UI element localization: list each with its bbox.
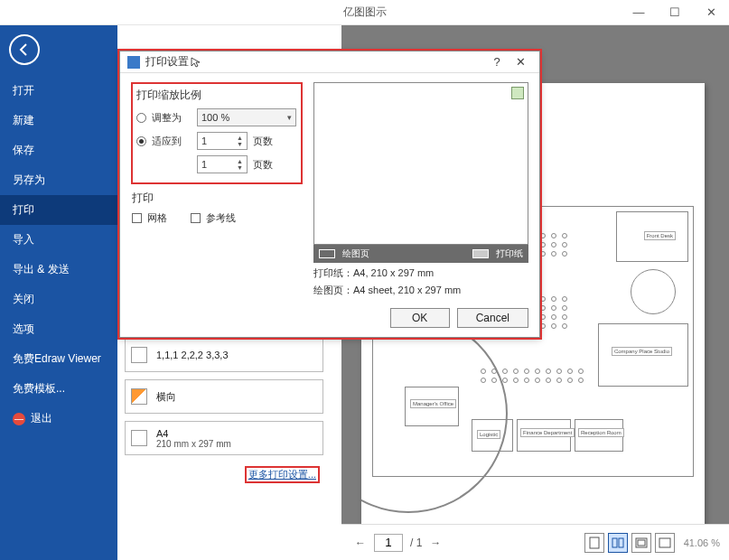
- checkbox-guides-label: 参考线: [206, 211, 236, 225]
- zoom-level-label: 41.06 %: [684, 537, 720, 548]
- back-arrow-icon: [17, 42, 32, 57]
- dialog-app-icon: [127, 56, 140, 69]
- collate-label: 1,1,1 2,2,2 3,3,3: [156, 350, 315, 360]
- sidebar-item-print[interactable]: 打印: [0, 195, 117, 225]
- sidebar-item-saveas[interactable]: 另存为: [0, 165, 117, 195]
- app-title: 亿图图示: [343, 5, 387, 20]
- legend-drawing-label: 绘图页: [342, 247, 369, 260]
- label-front-desk: Front Desk: [644, 231, 676, 240]
- radio-fit-label: 适应到: [152, 135, 197, 148]
- label-conference: Company Place Studio: [612, 347, 672, 356]
- fit-pages-tall-spinner[interactable]: 1 ▲▼: [197, 155, 248, 173]
- dialog-help-button[interactable]: ?: [485, 55, 509, 69]
- scale-percent-value: 100 %: [201, 112, 229, 123]
- checkbox-grid[interactable]: [132, 213, 142, 223]
- window-maximize-button[interactable]: ☐: [657, 0, 693, 25]
- fit-pages-wide-value: 1: [201, 135, 207, 146]
- label-reception: Reception Room: [578, 428, 624, 437]
- sidebar-item-export-send[interactable]: 导出 & 发送: [0, 255, 117, 285]
- ok-button[interactable]: OK: [390, 308, 450, 328]
- pages-tall-label: 页数: [253, 158, 273, 172]
- page-next-button[interactable]: →: [425, 533, 445, 553]
- window-titlebar: 亿图图示 — ☐ ✕: [0, 0, 729, 25]
- more-print-settings-link[interactable]: 更多打印设置...: [248, 469, 316, 480]
- legend-printer-swatch: [472, 249, 489, 258]
- sidebar-item-new[interactable]: 新建: [0, 106, 117, 135]
- page-number-input[interactable]: [374, 534, 403, 552]
- collate-icon: [131, 347, 147, 363]
- svg-rect-2: [619, 538, 623, 547]
- radio-fit-to[interactable]: [136, 136, 146, 146]
- view-two-page-button[interactable]: [608, 533, 628, 553]
- sidebar-item-close[interactable]: 关闭: [0, 285, 117, 314]
- back-button[interactable]: [9, 34, 40, 65]
- chevron-down-icon: ▾: [287, 113, 292, 122]
- info-print-paper: 打印纸：A4, 210 x 297 mm: [313, 266, 528, 280]
- checkbox-grid-label: 网格: [147, 211, 167, 225]
- svg-rect-1: [612, 538, 617, 547]
- fit-width-icon: [635, 537, 648, 548]
- print-setup-dialog: 打印设置 ? ✕ 打印缩放比例 调整为: [119, 51, 540, 338]
- pages-wide-label: 页数: [253, 135, 273, 148]
- sidebar-item-open[interactable]: 打开: [0, 76, 117, 106]
- paper-icon: [131, 430, 147, 446]
- radio-adjust-label: 调整为: [152, 111, 197, 125]
- preview-corner-icon: [511, 87, 524, 99]
- print-options-group: 打印 网格 参考线: [131, 190, 303, 231]
- sidebar-exit-label: 退出: [31, 411, 52, 426]
- scale-percent-combo[interactable]: 100 % ▾: [197, 108, 296, 126]
- dialog-title: 打印设置: [145, 54, 189, 70]
- cancel-button[interactable]: Cancel: [457, 308, 528, 328]
- paper-label: A4: [156, 428, 315, 439]
- label-finance: Finance Department: [520, 428, 575, 437]
- svg-rect-5: [659, 538, 670, 547]
- orientation-label: 横向: [156, 390, 315, 404]
- print-scale-group: 打印缩放比例 调整为 100 % ▾: [131, 82, 303, 184]
- sidebar-item-exit[interactable]: — 退出: [0, 404, 117, 434]
- page-prev-button[interactable]: ←: [350, 533, 370, 553]
- print-scale-title: 打印缩放比例: [136, 88, 297, 103]
- print-options-title: 打印: [132, 191, 302, 206]
- sidebar-item-import[interactable]: 导入: [0, 225, 117, 255]
- two-page-icon: [612, 537, 624, 548]
- window-close-button[interactable]: ✕: [693, 0, 729, 25]
- orientation-icon: [131, 388, 147, 405]
- paper-sublabel: 210 mm x 297 mm: [156, 439, 315, 449]
- page-icon: [589, 537, 600, 549]
- paper-size-option-card[interactable]: A4 210 mm x 297 mm: [125, 421, 323, 455]
- page-total-label: / 1: [410, 537, 422, 549]
- dialog-preview-box: [313, 82, 528, 245]
- preview-bottom-bar: ← / 1 → 41.06 %: [341, 524, 729, 560]
- svg-rect-0: [590, 537, 599, 548]
- sidebar-item-save[interactable]: 保存: [0, 135, 117, 165]
- fit-pages-wide-spinner[interactable]: 1 ▲▼: [197, 132, 248, 150]
- fit-page-icon: [659, 537, 671, 548]
- view-fit-width-button[interactable]: [631, 533, 651, 553]
- checkbox-guides[interactable]: [191, 213, 201, 223]
- sidebar-item-options[interactable]: 选项: [0, 314, 117, 344]
- sidebar-item-free-templates[interactable]: 免费模板...: [0, 374, 117, 404]
- cursor-icon: [191, 57, 201, 68]
- view-fit-page-button[interactable]: [655, 533, 675, 553]
- collate-option-card[interactable]: 1,1,1 2,2,2 3,3,3: [125, 338, 323, 372]
- svg-rect-4: [638, 540, 645, 546]
- radio-adjust-to[interactable]: [136, 113, 146, 123]
- view-single-page-button[interactable]: [584, 533, 604, 553]
- preview-legend: 绘图页 打印纸: [313, 245, 528, 263]
- sidebar-item-free-viewer[interactable]: 免费Edraw Viewer: [0, 344, 117, 374]
- info-draw-page: 绘图页：A4 sheet, 210 x 297 mm: [313, 284, 528, 297]
- legend-printer-label: 打印纸: [496, 247, 523, 260]
- orientation-option-card[interactable]: 横向: [125, 379, 323, 414]
- backstage-sidebar: 打开 新建 保存 另存为 打印 导入 导出 & 发送 关闭 选项 免费Edraw…: [0, 25, 117, 560]
- fit-pages-tall-value: 1: [201, 159, 207, 170]
- dialog-close-button[interactable]: ✕: [509, 55, 532, 69]
- window-minimize-button[interactable]: —: [621, 0, 657, 25]
- legend-drawing-swatch: [319, 249, 335, 258]
- exit-icon: —: [13, 413, 25, 425]
- label-logistic: Logistic: [477, 430, 500, 439]
- label-office: Manager's Office: [410, 399, 456, 408]
